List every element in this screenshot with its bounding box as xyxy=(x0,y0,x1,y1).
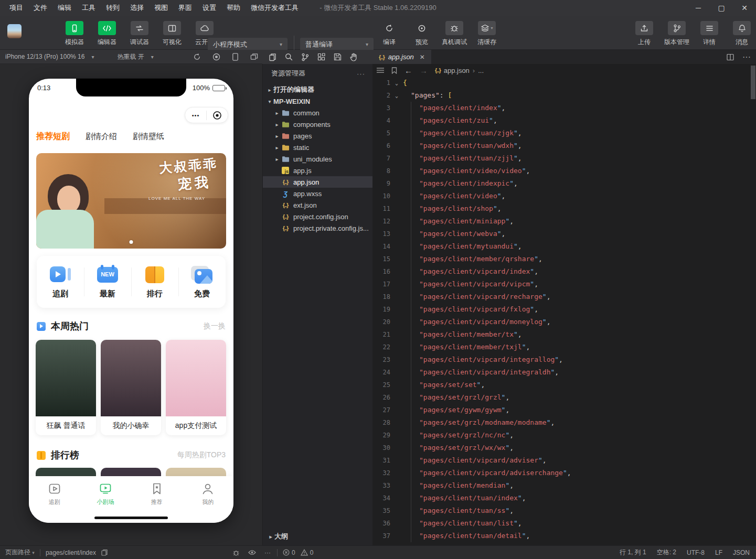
mode-dropdown[interactable]: 小程序模式▾ xyxy=(208,38,288,51)
toolbar-button-phone[interactable]: 模拟器 xyxy=(62,21,87,47)
toolbar-button-lines[interactable]: 详情 xyxy=(697,21,722,47)
tree-item-app-json[interactable]: {..}app.json xyxy=(263,176,372,188)
code-line-26[interactable]: 26"pages/set/grzl/grzl", xyxy=(372,391,750,404)
close-tab-icon[interactable]: ✕ xyxy=(420,53,425,61)
explorer-more-icon[interactable]: ··· xyxy=(357,70,365,78)
npm-build-icon[interactable] xyxy=(334,53,342,61)
code-line-17[interactable]: 17"pages/client/vipcard/vipcm", xyxy=(372,278,750,291)
refresh-simulator-icon[interactable] xyxy=(193,53,201,61)
app-tab-2[interactable]: 剧情介绍 xyxy=(86,132,117,142)
toolbar-button-branch[interactable]: 版本管理 xyxy=(664,21,689,47)
code-area[interactable]: 1⌄{2⌄"pages": [3"pages/client/index",4"p… xyxy=(372,77,750,545)
more-dots-icon[interactable]: ••• xyxy=(185,112,206,119)
menu-item-3[interactable]: 编辑 xyxy=(52,0,77,16)
phone-tab-tb-play[interactable]: 追剧 xyxy=(29,476,80,523)
nav-forward-icon[interactable]: → xyxy=(420,66,428,75)
hot-reload-toggle[interactable]: 热重载 开▾ xyxy=(112,52,158,61)
menu-item-2[interactable]: 文件 xyxy=(28,0,52,16)
menu-item-10[interactable]: 帮助 xyxy=(221,0,246,16)
toolbar-button-bell[interactable]: 消息 xyxy=(729,21,754,47)
shuffle-link[interactable]: 换一换 xyxy=(204,321,226,331)
code-line-11[interactable]: 11"pages/client/shop", xyxy=(372,202,750,215)
copy-path-icon[interactable] xyxy=(101,549,108,556)
menu-item-9[interactable]: 设置 xyxy=(197,0,221,16)
phone-tab-tb-mark[interactable]: 推荐 xyxy=(131,476,183,523)
toolbar-button-debug[interactable]: 调试器 xyxy=(127,21,152,47)
phone-tab-tb-tv[interactable]: 小剧场 xyxy=(80,476,132,523)
toolbar-button-code[interactable]: 编辑器 xyxy=(94,21,120,47)
quick-action-qa-play[interactable]: 追剧 xyxy=(37,256,84,308)
menu-item-11[interactable]: 微信开发者工具 xyxy=(246,0,304,16)
code-line-12[interactable]: 12"pages/client/miniapp", xyxy=(372,215,750,228)
code-line-27[interactable]: 27"pages/set/gywm/gywm", xyxy=(372,404,750,416)
code-line-24[interactable]: 24"pages/client/vipcard/integraldh", xyxy=(372,366,750,379)
code-line-5[interactable]: 5"pages/client/tuan/zjgk", xyxy=(372,127,750,139)
breadcrumb-file[interactable]: app.json xyxy=(444,67,470,74)
drama-card-2[interactable]: 我的小确幸 xyxy=(101,340,161,435)
phone-tab-tb-user[interactable]: 我的 xyxy=(183,476,234,523)
hand-tool-icon[interactable] xyxy=(350,53,357,61)
hero-banner[interactable]: 大叔乖乖 宠我 LOVE ME ALL THE WAY xyxy=(36,153,226,249)
toolbar-button-layers[interactable]: ▾清缓存 xyxy=(474,21,499,47)
code-line-14[interactable]: 14"pages/client/mytuandui", xyxy=(372,240,750,253)
maximize-button[interactable]: ▢ xyxy=(710,0,733,16)
record-icon[interactable] xyxy=(212,53,220,61)
quick-action-qa-rank[interactable]: 排行 xyxy=(131,256,178,308)
code-line-34[interactable]: 34"pages/client/tuan/index", xyxy=(372,492,750,504)
split-editor-icon[interactable] xyxy=(727,53,734,61)
code-line-8[interactable]: 8"pages/client/video/video", xyxy=(372,165,750,177)
tree-item-components[interactable]: ▸components xyxy=(263,119,372,130)
menu-item-6[interactable]: 选择 xyxy=(125,0,149,16)
code-line-1[interactable]: 1⌄{ xyxy=(372,77,750,89)
code-line-36[interactable]: 36"pages/client/tuan/list", xyxy=(372,517,750,530)
toolbar-button-refresh[interactable]: 编译 xyxy=(377,21,402,47)
device-frame-icon[interactable] xyxy=(232,53,239,61)
tree-item-app-wxss[interactable]: Ʒapp.wxss xyxy=(263,188,372,199)
close-target-icon[interactable] xyxy=(207,111,228,120)
code-line-23[interactable]: 23"pages/client/vipcard/integrallog", xyxy=(372,353,750,366)
menu-item-1[interactable]: 项目 xyxy=(4,0,28,16)
files-icon[interactable] xyxy=(269,53,276,61)
source-control-icon[interactable] xyxy=(301,53,309,61)
code-line-4[interactable]: 4"pages/client/zui", xyxy=(372,114,750,127)
miniprogram-capsule[interactable]: ••• xyxy=(185,107,228,123)
code-line-25[interactable]: 25"pages/set/set", xyxy=(372,379,750,391)
menu-item-4[interactable]: 工具 xyxy=(77,0,101,16)
drama-card-1[interactable]: 狂飙 普通话 xyxy=(36,340,96,435)
statusbar-item-4[interactable]: LF xyxy=(715,549,722,556)
tree-item-pages[interactable]: ▸pages xyxy=(263,130,372,142)
minimize-button[interactable]: ─ xyxy=(687,0,710,16)
menu-item-5[interactable]: 转到 xyxy=(101,0,125,16)
code-line-28[interactable]: 28"pages/set/grzl/modname/modname", xyxy=(372,416,750,429)
code-line-22[interactable]: 22"pages/client/member/txjl", xyxy=(372,341,750,353)
statusbar-more-icon[interactable]: ··· xyxy=(264,549,271,556)
tree-item-uni-modules[interactable]: ▸uni_modules xyxy=(263,153,372,165)
user-avatar[interactable] xyxy=(7,24,22,38)
code-line-19[interactable]: 19"pages/client/vipcard/fxlog", xyxy=(372,303,750,316)
code-line-18[interactable]: 18"pages/client/vipcard/recharge", xyxy=(372,291,750,303)
code-line-16[interactable]: 16"pages/client/vipcard/index", xyxy=(372,265,750,278)
code-line-7[interactable]: 7"pages/client/tuan/zjjl", xyxy=(372,152,750,165)
errors-indicator[interactable]: 0 xyxy=(283,549,295,556)
warnings-indicator[interactable]: 0 xyxy=(301,549,314,556)
quick-action-qa-new[interactable]: NEW最新 xyxy=(84,256,131,308)
code-line-13[interactable]: 13"pages/client/webva", xyxy=(372,228,750,240)
drama-card-3[interactable]: app支付测试 xyxy=(166,340,226,435)
tree-item-project-private-config-js-[interactable]: {..}project.private.config.js... xyxy=(263,222,372,234)
code-line-37[interactable]: 37"pages/client/tuan/detail", xyxy=(372,530,750,542)
statusbar-preview-icon[interactable] xyxy=(248,550,256,555)
bookmark-icon[interactable] xyxy=(391,67,397,74)
tree-item-common[interactable]: ▸common xyxy=(263,107,372,119)
breadcrumb-more[interactable]: ... xyxy=(478,67,484,74)
compile-mode-dropdown[interactable]: 普通编译▾ xyxy=(300,38,374,51)
fold-chevron-icon[interactable]: ⌄ xyxy=(390,80,403,86)
code-line-35[interactable]: 35"pages/client/tuan/ss", xyxy=(372,504,750,517)
code-line-31[interactable]: 31"pages/client/vipcard/adviser", xyxy=(372,454,750,467)
code-line-10[interactable]: 10"pages/client/video", xyxy=(372,190,750,202)
close-button[interactable]: ✕ xyxy=(733,0,756,16)
toolbar-button-upload[interactable]: 上传 xyxy=(632,21,657,47)
device-selector[interactable]: iPhone 12/13 (Pro) 100% 16▾ xyxy=(0,53,99,60)
tree-item-mp-weixin[interactable]: ▾MP-WEIXIN xyxy=(263,95,372,107)
search-icon[interactable] xyxy=(285,53,293,61)
code-line-2[interactable]: 2⌄"pages": [ xyxy=(372,89,750,102)
